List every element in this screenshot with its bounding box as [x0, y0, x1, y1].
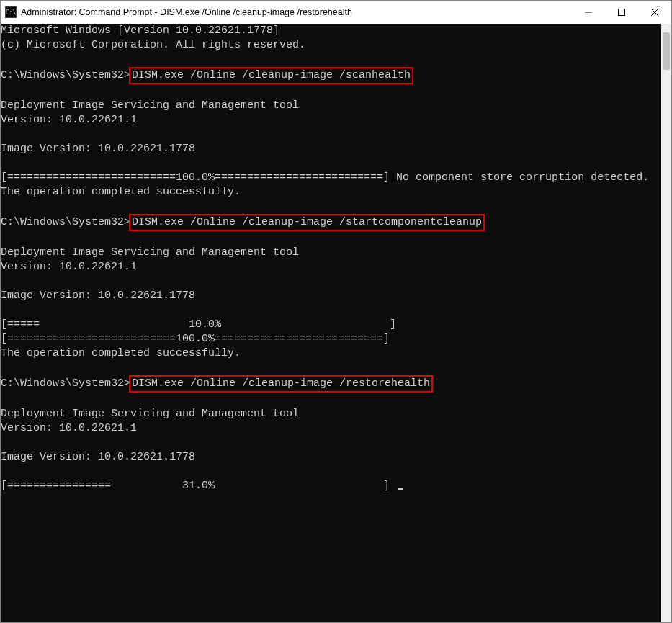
prompt-text: C:\Windows\System32>: [1, 377, 130, 390]
command-1-highlight: DISM.exe /Online /cleanup-image /scanhea…: [129, 67, 413, 84]
dism-tool-line: Deployment Image Servicing and Managemen…: [1, 99, 299, 112]
os-version-line: Microsoft Windows [Version 10.0.22621.17…: [1, 24, 279, 37]
close-button[interactable]: [638, 1, 671, 24]
image-version-line: Image Version: 10.0.22621.1778: [1, 143, 195, 155]
dism-tool-line: Deployment Image Servicing and Managemen…: [1, 408, 299, 420]
prompt-line-3: C:\Windows\System32>DISM.exe /Online /cl…: [1, 377, 433, 390]
minimize-icon: [585, 9, 592, 16]
terminal-area: Microsoft Windows [Version 10.0.22621.17…: [1, 24, 671, 622]
command-3-highlight: DISM.exe /Online /cleanup-image /restore…: [129, 375, 433, 393]
copyright-line: (c) Microsoft Corporation. All rights re…: [1, 39, 305, 51]
scrollbar-track[interactable]: [661, 24, 671, 622]
scrollbar-thumb[interactable]: [663, 32, 670, 70]
maximize-button[interactable]: [605, 1, 638, 24]
window: C:\ Administrator: Command Prompt - DISM…: [0, 0, 672, 623]
titlebar[interactable]: C:\ Administrator: Command Prompt - DISM…: [1, 1, 671, 24]
svg-rect-1: [619, 9, 625, 16]
progress-cleanup-100: [==========================100.0%=======…: [1, 333, 390, 345]
dism-version-line: Version: 10.0.22621.1: [1, 114, 137, 126]
prompt-line-1: C:\Windows\System32>DISM.exe /Online /cl…: [1, 69, 413, 81]
operation-success-line: The operation completed successfully.: [1, 347, 241, 359]
close-icon: [651, 9, 658, 16]
cmd-app-icon: C:\: [5, 6, 17, 18]
prompt-text: C:\Windows\System32>: [1, 216, 130, 228]
progress-restorehealth: [================ 31.0% ]: [1, 480, 403, 492]
dism-version-line: Version: 10.0.22621.1: [1, 422, 137, 434]
image-version-line: Image Version: 10.0.22621.1778: [1, 451, 195, 463]
operation-success-line: The operation completed successfully.: [1, 186, 241, 198]
window-title: Administrator: Command Prompt - DISM.exe…: [21, 7, 352, 17]
minimize-button[interactable]: [572, 1, 605, 24]
prompt-line-2: C:\Windows\System32>DISM.exe /Online /cl…: [1, 216, 485, 228]
progress-scanhealth: [==========================100.0%=======…: [1, 171, 649, 184]
dism-tool-line: Deployment Image Servicing and Managemen…: [1, 246, 299, 259]
terminal-output[interactable]: Microsoft Windows [Version 10.0.22621.17…: [1, 24, 661, 622]
cursor: [398, 488, 403, 490]
progress-cleanup-10: [===== 10.0% ]: [1, 318, 396, 331]
image-version-line: Image Version: 10.0.22621.1778: [1, 290, 195, 302]
prompt-text: C:\Windows\System32>: [1, 69, 130, 81]
dism-version-line: Version: 10.0.22621.1: [1, 261, 137, 273]
maximize-icon: [618, 9, 625, 16]
command-2-highlight: DISM.exe /Online /cleanup-image /startco…: [129, 214, 485, 231]
